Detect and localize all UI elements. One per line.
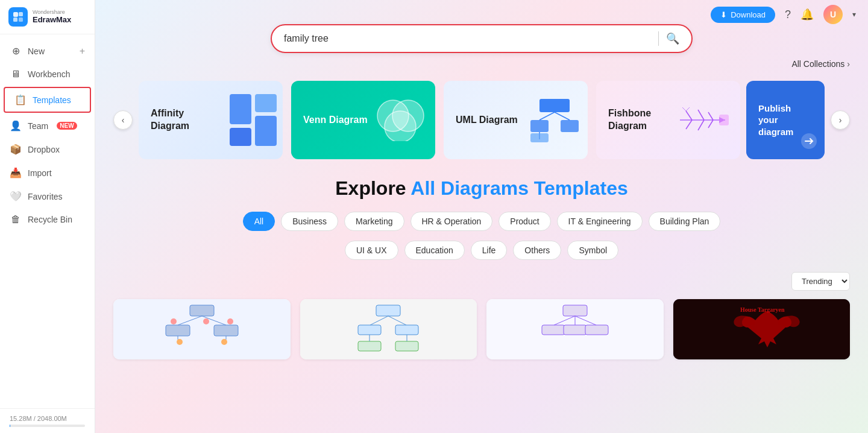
plus-icon: + bbox=[80, 46, 85, 57]
sort-row: Trending Newest Popular bbox=[113, 272, 850, 291]
svg-point-34 bbox=[171, 318, 177, 324]
import-label: Import bbox=[28, 168, 52, 178]
filter-marketing[interactable]: Marketing bbox=[344, 212, 404, 231]
affinity-illustration bbox=[230, 94, 277, 146]
filter-symbol[interactable]: Symbol bbox=[567, 241, 618, 260]
filter-others[interactable]: Others bbox=[513, 241, 561, 260]
category-filters-row2: UI & UX Education Life Others Symbol bbox=[113, 241, 850, 260]
recycle-bin-icon: 🗑 bbox=[10, 214, 22, 225]
carousel-prev-button[interactable]: ‹ bbox=[113, 110, 133, 130]
storage-info: 15.28M / 2048.00M bbox=[0, 408, 95, 433]
templates-icon: 📋 bbox=[14, 94, 27, 106]
svg-line-12 bbox=[555, 112, 570, 120]
sidebar-item-favorites[interactable]: 🤍 Favorites bbox=[0, 185, 95, 208]
svg-line-20 bbox=[686, 120, 692, 129]
main-content: ⬇ Download ? 🔔 U ▾ 🔍 All Collections › ‹ bbox=[95, 0, 868, 433]
template-card-4[interactable]: House Targaryen bbox=[673, 299, 851, 359]
logo-text: Wondershare EdrawMax bbox=[33, 9, 71, 25]
svg-line-26 bbox=[686, 107, 690, 111]
template-card-1-image bbox=[113, 299, 291, 359]
uml-illustration bbox=[527, 96, 582, 144]
sidebar-item-import[interactable]: 📥 Import bbox=[0, 161, 95, 185]
sidebar-item-workbench[interactable]: 🖥 Workbench bbox=[0, 63, 95, 86]
storage-bar-background bbox=[10, 425, 85, 427]
avatar[interactable]: U bbox=[823, 5, 843, 24]
search-button[interactable]: 🔍 bbox=[666, 32, 679, 45]
svg-rect-29 bbox=[190, 305, 214, 316]
template-card-2-image bbox=[300, 299, 477, 359]
workbench-icon: 🖥 bbox=[10, 69, 22, 80]
search-input[interactable] bbox=[284, 33, 651, 44]
svg-line-19 bbox=[686, 111, 692, 120]
carousel-card-publish[interactable]: Publish your diagram bbox=[746, 81, 825, 159]
help-icon[interactable]: ? bbox=[785, 8, 791, 21]
filter-education[interactable]: Education bbox=[404, 241, 465, 260]
uml-card-label: UML Diagram bbox=[456, 114, 518, 127]
explore-title-highlight: All Diagrams Templates bbox=[410, 177, 627, 199]
page-content: 🔍 All Collections › ‹ Affinity Diagram bbox=[95, 0, 868, 371]
sidebar: Wondershare EdrawMax ⊕ New + 🖥 Workbench… bbox=[0, 0, 95, 433]
filter-life[interactable]: Life bbox=[471, 241, 508, 260]
svg-line-53 bbox=[575, 316, 596, 325]
carousel-card-fishbone[interactable]: Fishbone Diagram bbox=[596, 81, 740, 159]
sort-select[interactable]: Trending Newest Popular bbox=[791, 272, 850, 291]
bell-icon[interactable]: 🔔 bbox=[800, 8, 814, 21]
filter-product[interactable]: Product bbox=[498, 212, 550, 231]
venn-card-label: Venn Diagram bbox=[303, 114, 368, 127]
filter-all[interactable]: All bbox=[243, 212, 275, 231]
carousel-card-uml[interactable]: UML Diagram bbox=[444, 81, 588, 159]
search-divider bbox=[658, 31, 659, 46]
svg-rect-0 bbox=[13, 12, 18, 17]
logo-icon bbox=[8, 7, 28, 27]
svg-rect-48 bbox=[358, 341, 381, 351]
template-card-3-image bbox=[486, 299, 664, 359]
svg-rect-56 bbox=[585, 325, 608, 335]
filter-hr-operation[interactable]: HR & Operation bbox=[410, 212, 493, 231]
carousel-card-venn[interactable]: Venn Diagram bbox=[291, 81, 435, 159]
sidebar-item-templates[interactable]: 📋 Templates bbox=[4, 87, 91, 113]
filter-business[interactable]: Business bbox=[281, 212, 338, 231]
carousel-wrapper: ‹ Affinity Diagram bbox=[113, 81, 850, 159]
filter-building-plan[interactable]: Building Plan bbox=[649, 212, 721, 231]
template-card-1[interactable] bbox=[113, 299, 291, 359]
all-collections-link[interactable]: All Collections › bbox=[113, 59, 850, 69]
svg-line-30 bbox=[178, 316, 202, 325]
svg-rect-44 bbox=[358, 325, 381, 335]
download-icon: ⬇ bbox=[720, 10, 727, 19]
svg-rect-54 bbox=[542, 325, 565, 335]
sidebar-item-dropbox[interactable]: 📦 Dropbox bbox=[0, 137, 95, 161]
svg-rect-45 bbox=[395, 325, 418, 335]
svg-point-35 bbox=[203, 318, 209, 324]
svg-rect-55 bbox=[564, 325, 587, 335]
svg-rect-41 bbox=[376, 305, 400, 316]
template-card-3[interactable] bbox=[486, 299, 664, 359]
svg-line-24 bbox=[708, 120, 713, 128]
sidebar-item-new[interactable]: ⊕ New + bbox=[0, 39, 95, 63]
carousel-card-affinity[interactable]: Affinity Diagram bbox=[139, 81, 283, 159]
search-box: 🔍 bbox=[271, 24, 693, 53]
category-filters: All Business Marketing HR & Operation Pr… bbox=[113, 212, 850, 231]
carousel-next-button[interactable]: › bbox=[831, 110, 850, 130]
svg-line-22 bbox=[698, 120, 704, 130]
svg-rect-49 bbox=[395, 341, 418, 351]
fishbone-illustration bbox=[674, 99, 734, 141]
download-label: Download bbox=[731, 10, 766, 19]
avatar-chevron[interactable]: ▾ bbox=[852, 10, 856, 19]
filter-it-engineering[interactable]: IT & Engineering bbox=[557, 212, 643, 231]
favorites-icon: 🤍 bbox=[10, 191, 22, 202]
import-icon: 📥 bbox=[10, 167, 22, 179]
template-card-2[interactable] bbox=[300, 299, 477, 359]
storage-text: 15.28M / 2048.00M bbox=[10, 415, 67, 422]
logo-area[interactable]: Wondershare EdrawMax bbox=[0, 0, 95, 34]
svg-line-42 bbox=[370, 316, 388, 325]
plus-circle-icon: ⊕ bbox=[10, 45, 22, 57]
svg-rect-3 bbox=[19, 17, 23, 22]
filter-ui-ux[interactable]: UI & UX bbox=[345, 241, 398, 260]
download-button[interactable]: ⬇ Download bbox=[711, 7, 775, 23]
sidebar-item-recycle-bin[interactable]: 🗑 Recycle Bin bbox=[0, 208, 95, 231]
svg-rect-10 bbox=[539, 99, 570, 112]
svg-rect-33 bbox=[214, 325, 238, 336]
sidebar-item-team[interactable]: 👤 Team NEW bbox=[0, 114, 95, 137]
svg-line-43 bbox=[388, 316, 406, 325]
new-label: New bbox=[28, 46, 45, 56]
